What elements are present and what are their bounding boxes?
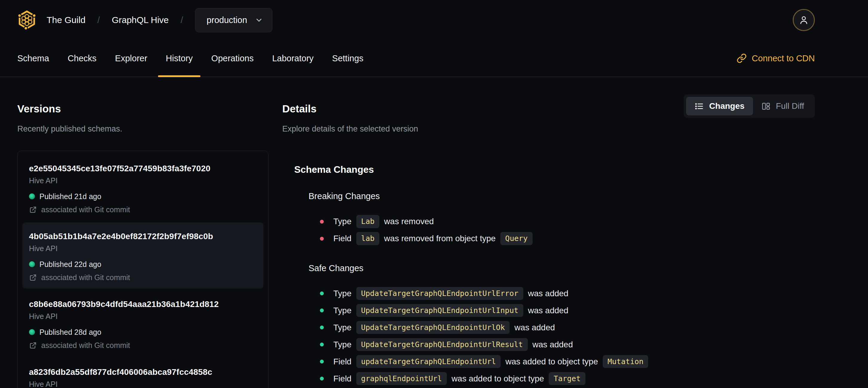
change-text: was removed (384, 217, 434, 226)
full-diff-view-label: Full Diff (776, 101, 804, 111)
tab-checks[interactable]: Checks (67, 40, 96, 77)
published-status-dot (29, 329, 35, 335)
app-root: The Guild / GraphQL Hive / production Sc… (0, 0, 868, 388)
tab-label: Explorer (115, 54, 147, 63)
change-row: FieldupdateTargetGraphQLEndpointUrlwas a… (309, 353, 815, 370)
target-selector-dropdown[interactable]: production (195, 8, 272, 32)
main-content: Versions Recently published schemas. e2e… (0, 77, 868, 388)
tab-label: History (166, 54, 193, 63)
code-chip: Lab (356, 215, 379, 228)
connect-to-cdn-button[interactable]: Connect to CDN (737, 53, 815, 63)
change-text: Type (333, 217, 351, 226)
change-bullet (320, 220, 324, 223)
breadcrumb-org[interactable]: The Guild (46, 15, 86, 25)
tab-history[interactable]: History (166, 40, 193, 77)
hive-logo[interactable] (17, 10, 36, 30)
version-hash: c8b6e88a06793b9c4dfd54aaa21b36a1b421d812 (29, 299, 257, 309)
version-hash: 4b05ab51b1b4a7e2e4b0ef82172f2b9f7ef98c0b (29, 231, 257, 241)
change-row: TypeUpdateTargetGraphQLEndpointUrlInputw… (309, 302, 815, 319)
tab-label: Settings (332, 54, 364, 63)
view-toggle-group: Changes Full Diff (684, 94, 815, 118)
change-row: Fieldlabwas removed from object typeQuer… (309, 230, 815, 247)
change-text: was removed from object type (384, 234, 496, 243)
tab-operations[interactable]: Operations (211, 40, 254, 77)
tab-label: Checks (67, 54, 96, 63)
change-text: was added (528, 306, 568, 316)
version-hash: a823f6db2a55df877dcf406006abca97fcc4858c (29, 367, 257, 377)
tab-schema[interactable]: Schema (17, 40, 49, 77)
nav-tabs: SchemaChecksExplorerHistoryOperationsLab… (17, 40, 364, 77)
git-commit-link[interactable]: associated with Git commit (29, 205, 257, 214)
hive-logo-icon (17, 10, 36, 30)
external-link-icon (29, 341, 37, 350)
change-row: FieldgraphqlEndpointUrlwas added to obje… (309, 370, 815, 387)
git-commit-label: associated with Git commit (41, 273, 130, 282)
change-bullet (320, 342, 324, 347)
published-status-dot (29, 261, 35, 267)
breaking-changes-list: TypeLabwas removedFieldlabwas removed fr… (309, 213, 815, 247)
version-published-status: Published 22d ago (29, 260, 257, 268)
code-chip: Target (549, 372, 585, 385)
external-link-icon (29, 273, 37, 281)
change-row: TypeUpdateTargetGraphQLEndpointUrlResult… (309, 336, 815, 353)
code-chip: lab (356, 232, 379, 245)
published-status-text: Published 22d ago (39, 260, 101, 268)
change-row: TypeUpdateTargetGraphQLEndpointUrlErrorw… (309, 285, 815, 302)
user-avatar-button[interactable] (793, 9, 815, 31)
diff-columns-icon (762, 101, 771, 111)
change-bullet (320, 237, 324, 241)
version-list-item[interactable]: 4b05ab51b1b4a7e2e4b0ef82172f2b9f7ef98c0b… (22, 222, 264, 289)
list-icon (694, 101, 704, 111)
change-bullet (320, 360, 324, 363)
code-chip: Mutation (603, 355, 648, 368)
code-chip: UpdateTargetGraphQLEndpointUrlError (356, 287, 523, 300)
git-commit-label: associated with Git commit (41, 341, 130, 350)
change-bullet (320, 308, 324, 312)
version-published-status: Published 21d ago (29, 192, 257, 201)
version-list-item[interactable]: a823f6db2a55df877dcf406006abca97fcc4858c… (22, 358, 264, 388)
tab-explorer[interactable]: Explorer (115, 40, 147, 77)
safe-changes-title: Safe Changes (309, 263, 815, 273)
tab-laboratory[interactable]: Laboratory (272, 40, 314, 77)
change-text: Type (333, 340, 351, 350)
breaking-changes-title: Breaking Changes (309, 191, 815, 202)
tab-label: Schema (17, 54, 49, 63)
change-text: was added to object type (505, 357, 598, 366)
change-bullet (320, 377, 324, 381)
version-hash: e2e55045345ce13fe07f52a77459b83fa3fe7020 (29, 163, 257, 173)
version-service-name: Hive API (29, 244, 257, 253)
versions-title: Versions (17, 102, 269, 115)
version-service-name: Hive API (29, 380, 257, 388)
version-list-item[interactable]: c8b6e88a06793b9c4dfd54aaa21b36a1b421d812… (22, 290, 264, 356)
version-service-name: Hive API (29, 312, 257, 321)
git-commit-link[interactable]: associated with Git commit (29, 273, 257, 282)
version-list-item[interactable]: e2e55045345ce13fe07f52a77459b83fa3fe7020… (22, 154, 264, 220)
change-text: was added to object type (452, 374, 544, 384)
breadcrumb: The Guild / GraphQL Hive / production (46, 8, 272, 32)
change-text: Type (333, 289, 351, 298)
code-chip: UpdateTargetGraphQLEndpointUrlOk (356, 321, 510, 334)
top-header: The Guild / GraphQL Hive / production (0, 0, 868, 40)
changes-view-button[interactable]: Changes (686, 97, 753, 115)
change-bullet (320, 326, 324, 329)
code-chip: UpdateTargetGraphQLEndpointUrlInput (356, 304, 523, 317)
tab-label: Operations (211, 54, 254, 63)
git-commit-link[interactable]: associated with Git commit (29, 341, 257, 350)
change-text: Type (333, 323, 351, 332)
full-diff-view-button[interactable]: Full Diff (753, 97, 812, 115)
link-icon (737, 53, 747, 63)
tab-settings[interactable]: Settings (332, 40, 364, 77)
change-text: Field (333, 234, 351, 243)
breadcrumb-project[interactable]: GraphQL Hive (112, 15, 169, 25)
published-status-text: Published 28d ago (39, 328, 101, 336)
versions-panel: Versions Recently published schemas. e2e… (17, 94, 269, 388)
details-header-text: Details Explore details of the selected … (282, 94, 418, 134)
schema-changes-title: Schema Changes (294, 164, 815, 175)
breadcrumb-separator: / (181, 15, 183, 25)
external-link-icon (29, 206, 37, 214)
person-icon (798, 14, 809, 26)
chevron-down-icon (255, 16, 263, 24)
safe-changes-list: TypeUpdateTargetGraphQLEndpointUrlErrorw… (309, 285, 815, 388)
change-bullet (320, 292, 324, 295)
details-panel: Details Explore details of the selected … (282, 94, 815, 388)
